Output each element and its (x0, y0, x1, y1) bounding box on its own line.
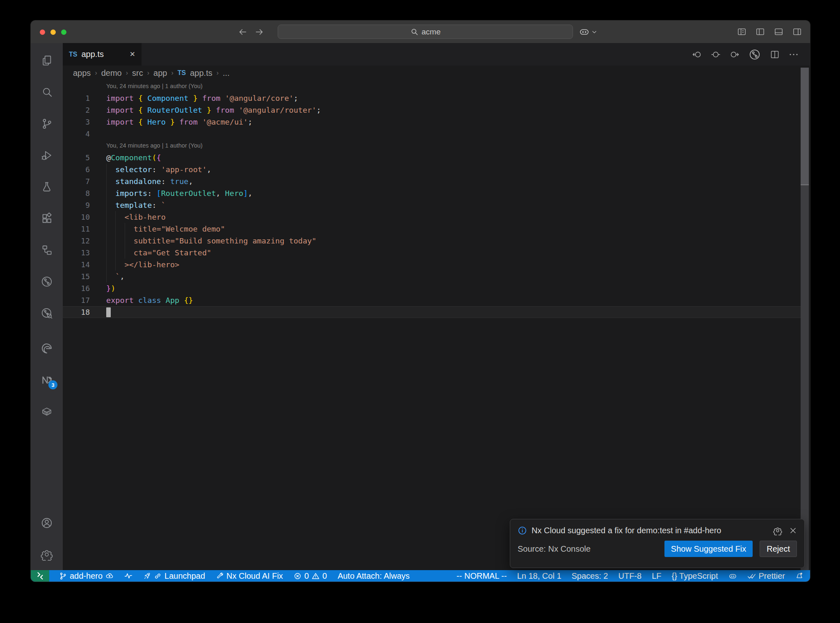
code-line-6: 6 selector: 'app-root', (63, 164, 801, 175)
activity-item-extensions[interactable] (31, 202, 63, 234)
editor-action-nav-back-circle[interactable] (692, 50, 702, 59)
status-item-spaces-2[interactable]: Spaces: 2 (572, 571, 608, 581)
editor-action-nav-fwd-circle[interactable] (730, 50, 740, 59)
panel-left-icon[interactable] (756, 27, 765, 36)
tab-close-icon[interactable]: ✕ (130, 50, 135, 59)
code-line-13: 13 cta="Get Started" (63, 247, 801, 259)
show-suggested-fix-button[interactable]: Show Suggested Fix (664, 541, 753, 557)
toast-source: Source: Nx Console (518, 544, 664, 554)
status-item-nx-cloud-ai-fix[interactable]: Nx Cloud AI Fix (216, 571, 283, 581)
activity-item-edge[interactable] (31, 332, 63, 364)
activity-item-container[interactable] (31, 396, 63, 427)
editor-action-circle-dash[interactable] (711, 50, 721, 59)
status-item-0[interactable]: 00 (294, 571, 327, 581)
tab-app-ts[interactable]: TS app.ts ✕ (63, 43, 142, 66)
panel-bottom-icon[interactable] (774, 27, 783, 36)
code-text: import { RouterOutlet } from '@angular/r… (90, 104, 321, 116)
wrench-icon (216, 572, 224, 580)
editor-action-split-editor[interactable] (770, 50, 780, 59)
activity-item-nx[interactable]: 3 (31, 364, 63, 396)
breadcrumb-separator-icon: › (147, 69, 149, 77)
error-circle-icon (294, 572, 301, 580)
editor-action-ellipsis[interactable] (789, 50, 799, 59)
panel-right-icon[interactable] (792, 27, 802, 36)
activity-item-circle-branch[interactable] (31, 266, 63, 297)
search-icon (410, 28, 418, 36)
activity-item-search[interactable] (31, 76, 63, 108)
activity-item-testing[interactable] (31, 171, 63, 202)
status-item-auto-attach-always[interactable]: Auto Attach: Always (338, 571, 410, 581)
code-text: <lib-hero (90, 211, 166, 223)
minimize-window-button[interactable] (50, 30, 56, 35)
status-item-pulse[interactable] (124, 572, 132, 580)
code-text: `, (90, 271, 125, 282)
editor-action-circle-branch[interactable] (749, 48, 761, 61)
link-icon (154, 572, 162, 580)
line-number: 3 (63, 116, 90, 128)
close-window-button[interactable] (40, 30, 45, 35)
status-item-utf-8[interactable]: UTF-8 (618, 571, 641, 581)
status-item-typescript[interactable]: {} TypeScript (671, 571, 718, 581)
cloud-up-icon (105, 572, 114, 580)
breadcrumb-item[interactable]: demo (101, 68, 122, 78)
code-line-15: 15 `, (63, 271, 801, 282)
activity-item-circle-branch-search[interactable] (31, 297, 63, 329)
indent-guide (115, 211, 116, 271)
status-item-add-hero[interactable]: add-hero (59, 571, 114, 581)
code-editor[interactable]: You, 24 minutes ago | 1 author (You)1imp… (63, 80, 801, 570)
command-center-search[interactable]: acme (278, 25, 573, 39)
breadcrumb-file[interactable]: app.ts (190, 68, 212, 78)
pulse-icon (124, 572, 132, 580)
status-item-copilot-s[interactable] (728, 572, 737, 580)
activity-item-source-control[interactable] (31, 108, 63, 139)
indent-guide (125, 223, 125, 259)
line-number: 13 (63, 247, 90, 259)
code-text: @Component({ (90, 152, 161, 164)
line-number (63, 140, 90, 152)
line-number: 7 (63, 175, 90, 187)
toast-title: Nx Cloud suggested a fix for demo:test i… (532, 526, 769, 535)
editor-scrollbar[interactable] (801, 68, 809, 570)
code-line-18: 18 (63, 306, 801, 318)
line-number: 14 (63, 259, 90, 271)
breadcrumb-item[interactable]: app (153, 68, 167, 78)
status-item-normal[interactable]: -- NORMAL -- (457, 571, 507, 581)
reject-button[interactable]: Reject (760, 541, 797, 557)
activity-item-gear[interactable] (31, 539, 63, 570)
activity-item-hierarchy[interactable] (31, 234, 63, 266)
breadcrumb-item[interactable]: apps (73, 68, 91, 78)
zoom-window-button[interactable] (61, 30, 66, 35)
text-cursor (106, 307, 111, 317)
status-item-lf[interactable]: LF (652, 571, 661, 581)
breadcrumb-separator-icon: › (95, 69, 97, 77)
code-text: ></lib-hero> (90, 259, 179, 271)
status-item-ln-18-col-1[interactable]: Ln 18, Col 1 (517, 571, 562, 581)
history-forward-icon[interactable] (254, 27, 264, 37)
code-text: export class App {} (90, 294, 193, 306)
activity-item-explorer[interactable] (31, 45, 63, 76)
copilot-menu[interactable] (579, 20, 597, 43)
status-item-launchpad[interactable]: Launchpad (143, 571, 205, 581)
breadcrumb-separator-icon: › (217, 69, 219, 77)
code-text: cta="Get Started" (90, 247, 211, 259)
history-back-icon[interactable] (238, 27, 248, 37)
layout-customize-icon[interactable] (737, 27, 746, 36)
remote-indicator[interactable] (31, 570, 49, 582)
activity-item-run-debug[interactable] (31, 139, 63, 171)
status-item-bell[interactable] (795, 572, 803, 580)
activity-item-account[interactable] (31, 507, 63, 539)
checks-icon (747, 572, 756, 580)
blame-text: You, 24 minutes ago | 1 author (You) (90, 80, 203, 92)
code-line-4: 4 (63, 128, 801, 140)
traffic-lights (40, 30, 66, 35)
typescript-file-icon: TS (69, 51, 77, 58)
code-line-1: 1import { Component } from '@angular/cor… (63, 92, 801, 104)
toast-settings-icon[interactable] (773, 526, 782, 535)
status-item-prettier[interactable]: Prettier (747, 571, 785, 581)
breadcrumb-more[interactable]: ... (223, 68, 230, 78)
breadcrumb-item[interactable]: src (132, 68, 143, 78)
code-text: title="Welcmoe demo" (90, 223, 225, 235)
toast-close-icon[interactable] (789, 527, 797, 534)
code-line-5: 5@Component({ (63, 152, 801, 164)
scrollbar-thumb[interactable] (801, 68, 809, 185)
